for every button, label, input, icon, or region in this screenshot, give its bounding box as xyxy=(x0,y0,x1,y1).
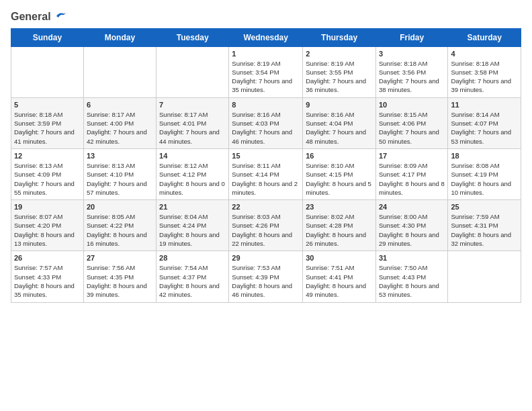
day-info: Sunrise: 8:14 AM Sunset: 4:07 PM Dayligh… xyxy=(451,110,518,146)
calendar-week-5: 26Sunrise: 7:57 AM Sunset: 4:33 PM Dayli… xyxy=(11,251,521,302)
day-number: 7 xyxy=(159,101,226,109)
calendar-cell: 3Sunrise: 8:18 AM Sunset: 3:56 PM Daylig… xyxy=(375,46,447,97)
day-info: Sunrise: 8:07 AM Sunset: 4:20 PM Dayligh… xyxy=(14,212,81,248)
calendar-cell: 30Sunrise: 7:51 AM Sunset: 4:41 PM Dayli… xyxy=(303,251,376,302)
calendar-cell: 10Sunrise: 8:15 AM Sunset: 4:06 PM Dayli… xyxy=(375,97,447,148)
day-info: Sunrise: 8:03 AM Sunset: 4:26 PM Dayligh… xyxy=(232,212,300,248)
calendar-cell: 15Sunrise: 8:11 AM Sunset: 4:14 PM Dayli… xyxy=(229,148,303,199)
day-number: 30 xyxy=(306,254,373,262)
logo-general: General xyxy=(11,11,67,23)
day-info: Sunrise: 8:18 AM Sunset: 3:58 PM Dayligh… xyxy=(451,59,518,95)
calendar-cell: 6Sunrise: 8:17 AM Sunset: 4:00 PM Daylig… xyxy=(83,97,156,148)
calendar-cell xyxy=(448,251,521,302)
day-info: Sunrise: 8:12 AM Sunset: 4:12 PM Dayligh… xyxy=(159,161,226,197)
column-header-thursday: Thursday xyxy=(303,28,376,46)
calendar-week-1: 1Sunrise: 8:19 AM Sunset: 3:54 PM Daylig… xyxy=(11,46,521,97)
calendar-cell: 20Sunrise: 8:05 AM Sunset: 4:22 PM Dayli… xyxy=(83,200,156,251)
calendar-cell: 7Sunrise: 8:17 AM Sunset: 4:01 PM Daylig… xyxy=(157,97,229,148)
day-number: 28 xyxy=(159,254,226,262)
calendar-cell: 18Sunrise: 8:08 AM Sunset: 4:19 PM Dayli… xyxy=(448,148,521,199)
day-info: Sunrise: 8:18 AM Sunset: 3:59 PM Dayligh… xyxy=(14,110,81,146)
day-number: 23 xyxy=(306,203,373,211)
calendar-week-4: 19Sunrise: 8:07 AM Sunset: 4:20 PM Dayli… xyxy=(11,200,521,251)
day-info: Sunrise: 8:17 AM Sunset: 4:01 PM Dayligh… xyxy=(159,110,226,146)
day-info: Sunrise: 8:04 AM Sunset: 4:24 PM Dayligh… xyxy=(159,212,226,248)
day-number: 31 xyxy=(379,254,445,262)
calendar-week-3: 12Sunrise: 8:13 AM Sunset: 4:09 PM Dayli… xyxy=(11,148,521,199)
day-info: Sunrise: 8:19 AM Sunset: 3:55 PM Dayligh… xyxy=(306,59,373,95)
column-header-sunday: Sunday xyxy=(11,28,84,46)
day-info: Sunrise: 7:57 AM Sunset: 4:33 PM Dayligh… xyxy=(14,263,81,299)
logo-bird-icon xyxy=(52,11,67,22)
day-number: 2 xyxy=(306,50,373,58)
day-number: 13 xyxy=(87,152,153,160)
day-number: 4 xyxy=(451,50,518,58)
calendar-cell: 19Sunrise: 8:07 AM Sunset: 4:20 PM Dayli… xyxy=(11,200,84,251)
calendar-cell xyxy=(83,46,156,97)
calendar-cell: 27Sunrise: 7:56 AM Sunset: 4:35 PM Dayli… xyxy=(83,251,156,302)
calendar-cell xyxy=(157,46,229,97)
calendar-cell: 29Sunrise: 7:53 AM Sunset: 4:39 PM Dayli… xyxy=(229,251,303,302)
day-number: 1 xyxy=(232,50,300,58)
calendar-header-row: SundayMondayTuesdayWednesdayThursdayFrid… xyxy=(11,28,521,46)
calendar-table: SundayMondayTuesdayWednesdayThursdayFrid… xyxy=(11,28,521,303)
calendar-cell: 24Sunrise: 8:00 AM Sunset: 4:30 PM Dayli… xyxy=(375,200,447,251)
calendar-cell: 25Sunrise: 7:59 AM Sunset: 4:31 PM Dayli… xyxy=(448,200,521,251)
day-number: 21 xyxy=(159,203,226,211)
calendar-cell: 17Sunrise: 8:09 AM Sunset: 4:17 PM Dayli… xyxy=(375,148,447,199)
day-info: Sunrise: 8:19 AM Sunset: 3:54 PM Dayligh… xyxy=(232,59,300,95)
day-info: Sunrise: 8:17 AM Sunset: 4:00 PM Dayligh… xyxy=(87,110,153,146)
day-number: 18 xyxy=(451,152,518,160)
column-header-saturday: Saturday xyxy=(448,28,521,46)
day-info: Sunrise: 8:11 AM Sunset: 4:14 PM Dayligh… xyxy=(232,161,300,197)
day-info: Sunrise: 8:00 AM Sunset: 4:30 PM Dayligh… xyxy=(379,212,445,248)
day-number: 29 xyxy=(232,254,300,262)
calendar-cell: 1Sunrise: 8:19 AM Sunset: 3:54 PM Daylig… xyxy=(229,46,303,97)
day-info: Sunrise: 7:59 AM Sunset: 4:31 PM Dayligh… xyxy=(451,212,518,248)
day-number: 6 xyxy=(87,101,153,109)
calendar-cell: 11Sunrise: 8:14 AM Sunset: 4:07 PM Dayli… xyxy=(448,97,521,148)
calendar-cell: 9Sunrise: 8:16 AM Sunset: 4:04 PM Daylig… xyxy=(303,97,376,148)
calendar-cell: 23Sunrise: 8:02 AM Sunset: 4:28 PM Dayli… xyxy=(303,200,376,251)
day-info: Sunrise: 8:05 AM Sunset: 4:22 PM Dayligh… xyxy=(87,212,153,248)
calendar-cell: 28Sunrise: 7:54 AM Sunset: 4:37 PM Dayli… xyxy=(157,251,229,302)
day-number: 16 xyxy=(306,152,373,160)
calendar-cell: 14Sunrise: 8:12 AM Sunset: 4:12 PM Dayli… xyxy=(157,148,229,199)
day-number: 9 xyxy=(306,101,373,109)
calendar-cell: 26Sunrise: 7:57 AM Sunset: 4:33 PM Dayli… xyxy=(11,251,84,302)
calendar-cell: 16Sunrise: 8:10 AM Sunset: 4:15 PM Dayli… xyxy=(303,148,376,199)
day-info: Sunrise: 8:10 AM Sunset: 4:15 PM Dayligh… xyxy=(306,161,373,197)
day-number: 19 xyxy=(14,203,81,211)
calendar-cell xyxy=(11,46,84,97)
day-number: 17 xyxy=(379,152,445,160)
calendar-cell: 22Sunrise: 8:03 AM Sunset: 4:26 PM Dayli… xyxy=(229,200,303,251)
calendar-cell: 2Sunrise: 8:19 AM Sunset: 3:55 PM Daylig… xyxy=(303,46,376,97)
day-number: 3 xyxy=(379,50,445,58)
calendar-week-2: 5Sunrise: 8:18 AM Sunset: 3:59 PM Daylig… xyxy=(11,97,521,148)
day-info: Sunrise: 8:13 AM Sunset: 4:10 PM Dayligh… xyxy=(87,161,153,197)
calendar-cell: 4Sunrise: 8:18 AM Sunset: 3:58 PM Daylig… xyxy=(448,46,521,97)
day-info: Sunrise: 7:51 AM Sunset: 4:41 PM Dayligh… xyxy=(306,263,373,299)
page-container: General SundayMondayTuesdayWednesdayThur… xyxy=(0,0,532,308)
column-header-monday: Monday xyxy=(83,28,156,46)
calendar-cell: 8Sunrise: 8:16 AM Sunset: 4:03 PM Daylig… xyxy=(229,97,303,148)
day-number: 8 xyxy=(232,101,300,109)
day-number: 5 xyxy=(14,101,81,109)
day-info: Sunrise: 8:09 AM Sunset: 4:17 PM Dayligh… xyxy=(379,161,445,197)
day-number: 22 xyxy=(232,203,300,211)
day-number: 26 xyxy=(14,254,81,262)
day-info: Sunrise: 8:08 AM Sunset: 4:19 PM Dayligh… xyxy=(451,161,518,197)
day-number: 20 xyxy=(87,203,153,211)
day-number: 12 xyxy=(14,152,81,160)
day-info: Sunrise: 7:50 AM Sunset: 4:43 PM Dayligh… xyxy=(379,263,445,299)
day-info: Sunrise: 8:16 AM Sunset: 4:03 PM Dayligh… xyxy=(232,110,300,146)
column-header-friday: Friday xyxy=(375,28,447,46)
day-info: Sunrise: 7:53 AM Sunset: 4:39 PM Dayligh… xyxy=(232,263,300,299)
calendar-cell: 21Sunrise: 8:04 AM Sunset: 4:24 PM Dayli… xyxy=(157,200,229,251)
day-number: 14 xyxy=(159,152,226,160)
calendar-cell: 5Sunrise: 8:18 AM Sunset: 3:59 PM Daylig… xyxy=(11,97,84,148)
column-header-wednesday: Wednesday xyxy=(229,28,303,46)
day-number: 27 xyxy=(87,254,153,262)
day-number: 15 xyxy=(232,152,300,160)
calendar-cell: 13Sunrise: 8:13 AM Sunset: 4:10 PM Dayli… xyxy=(83,148,156,199)
